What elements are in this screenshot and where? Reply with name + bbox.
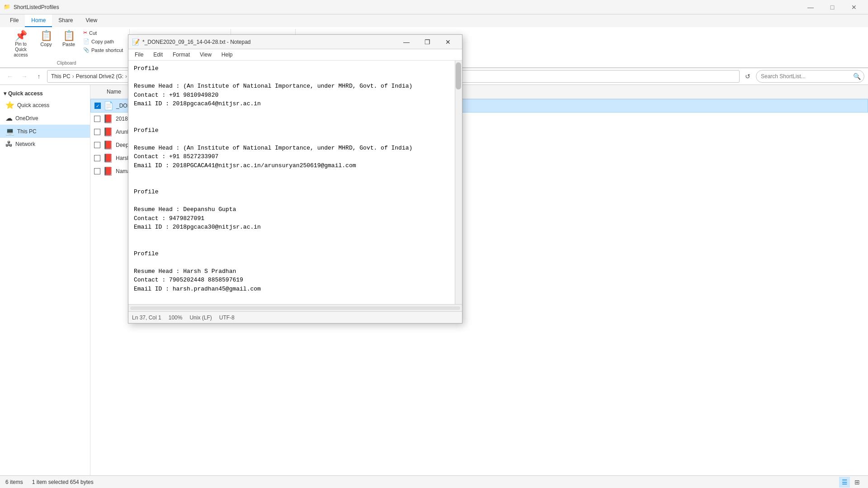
sidebar-label-quick-access: Quick access [17, 102, 49, 108]
notepad-menu-help[interactable]: Help [217, 50, 237, 59]
paste-shortcut-label: Paste shortcut [91, 47, 123, 53]
paste-label: Paste [62, 42, 75, 47]
file-icon-3: 📕 [103, 140, 113, 150]
sidebar-item-this-pc[interactable]: 💻 This PC [0, 125, 90, 138]
clipboard-small-buttons: ✂ Cut 📄 Copy path 📎 Paste shortcut [80, 29, 126, 54]
computer-icon: 💻 [5, 127, 14, 136]
copy-label: Copy [40, 42, 52, 47]
notepad-scrollbar-thumb[interactable] [456, 62, 461, 89]
status-view-controls: ☰ ⊞ [839, 477, 863, 488]
file-checkbox-4[interactable] [94, 155, 100, 161]
quick-access-header-label: Quick access [8, 90, 43, 97]
notepad-title-bar: 📝 *_DONE2020_09_16_14-04-28.txt - Notepa… [128, 35, 462, 49]
cloud-icon: ☁ [5, 114, 13, 122]
sidebar-label-network: Network [15, 141, 35, 147]
sidebar-section-quick-access[interactable]: ▾ Quick access [0, 87, 90, 99]
back-button[interactable]: ← [4, 70, 16, 83]
cut-button[interactable]: ✂ Cut [80, 29, 126, 37]
explorer-title-controls: — □ ✕ [800, 0, 864, 14]
copy-button-large[interactable]: 📋 Copy [35, 29, 57, 49]
sidebar-label-this-pc: This PC [17, 128, 37, 135]
copy-path-button[interactable]: 📄 Copy path [80, 38, 126, 45]
star-icon: ⭐ [5, 101, 14, 109]
cut-icon: ✂ [83, 30, 87, 36]
file-icon-5: 📕 [103, 166, 113, 176]
explorer-minimize-button[interactable]: — [800, 0, 821, 14]
paste-button-large[interactable]: 📋 Paste [58, 29, 80, 49]
path-drive: Personal Drive2 (G: [76, 73, 123, 80]
copy-path-label: Copy path [91, 39, 114, 44]
search-wrap: 🔍 [756, 70, 864, 83]
notepad-scrollbar[interactable] [455, 61, 462, 304]
notepad-icon: 📝 [132, 38, 140, 46]
explorer-close-button[interactable]: ✕ [844, 0, 864, 14]
sidebar: ▾ Quick access ⭐ Quick access ☁ OneDrive… [0, 85, 90, 475]
large-icons-view-button[interactable]: ⊞ [852, 477, 863, 488]
notepad-hscrollbar[interactable] [128, 304, 462, 311]
up-button[interactable]: ↑ [33, 70, 45, 83]
notepad-content[interactable]: Profile Resume Head : (An Institute of N… [128, 61, 462, 304]
chevron-down-icon: ▾ [4, 90, 6, 97]
notepad-restore-button[interactable]: ❐ [417, 35, 438, 49]
notepad-window: 📝 *_DONE2020_09_16_14-04-28.txt - Notepa… [128, 34, 462, 324]
forward-button[interactable]: → [18, 70, 31, 83]
file-checkbox-2[interactable] [94, 129, 100, 135]
notepad-zoom: 100% [169, 314, 183, 321]
search-input[interactable] [756, 70, 864, 83]
notepad-menu-format[interactable]: Format [168, 50, 194, 59]
file-checkbox-0[interactable]: ✓ [94, 103, 101, 109]
explorer-window-icon: 📁 [4, 4, 11, 11]
pin-label: Pin to Quick access [10, 42, 32, 58]
file-checkbox-5[interactable] [94, 168, 100, 174]
ribbon-tabs: File Home Share View [0, 14, 868, 27]
details-view-button[interactable]: ☰ [839, 477, 850, 488]
tab-view[interactable]: View [79, 14, 104, 27]
pin-icon: 📌 [15, 31, 27, 41]
notepad-menu-file[interactable]: File [130, 50, 148, 59]
file-icon-4: 📕 [103, 153, 113, 163]
file-icon-0: 📄 [104, 101, 113, 111]
notepad-line-ending: Unix (LF) [189, 314, 212, 321]
paste-shortcut-icon: 📎 [83, 47, 90, 53]
sidebar-item-quick-access[interactable]: ⭐ Quick access [0, 99, 90, 112]
network-icon: 🖧 [5, 140, 13, 148]
notepad-menu-edit[interactable]: Edit [149, 50, 167, 59]
notepad-encoding: UTF-8 [219, 314, 235, 321]
pin-to-quick-access-button[interactable]: 📌 Pin to Quick access [7, 29, 34, 60]
sidebar-label-onedrive: OneDrive [15, 115, 38, 122]
copy-path-icon: 📄 [83, 38, 90, 44]
paste-shortcut-button[interactable]: 📎 Paste shortcut [80, 46, 126, 54]
path-this-pc: This PC [51, 73, 71, 80]
notepad-title-text: *_DONE2020_09_16_14-04-28.txt - Notepad [142, 39, 393, 45]
notepad-title-controls: — ❐ ✕ [396, 35, 458, 49]
file-icon-1: 📕 [103, 114, 113, 124]
notepad-menu-view[interactable]: View [195, 50, 216, 59]
notepad-status-bar: Ln 37, Col 1 100% Unix (LF) UTF-8 [128, 311, 462, 323]
tab-home[interactable]: Home [25, 14, 52, 27]
refresh-button[interactable]: ↺ [741, 70, 754, 83]
notepad-menu-bar: File Edit Format View Help [128, 49, 462, 61]
file-icon-2: 📕 [103, 127, 113, 137]
file-checkbox-3[interactable] [94, 142, 100, 148]
status-bar: 6 items 1 item selected 654 bytes ☰ ⊞ [0, 475, 868, 488]
notepad-position: Ln 37, Col 1 [132, 314, 161, 321]
tab-file[interactable]: File [4, 14, 25, 27]
explorer-title-text: ShortListedProfiles [14, 4, 797, 10]
file-checkbox-1[interactable] [94, 116, 100, 122]
items-count: 6 items [5, 479, 23, 485]
tab-share[interactable]: Share [52, 14, 79, 27]
notepad-hscroll-inner[interactable] [130, 306, 460, 310]
selected-info: 1 item selected 654 bytes [32, 479, 94, 485]
explorer-maximize-button[interactable]: □ [822, 0, 843, 14]
sidebar-item-network[interactable]: 🖧 Network [0, 138, 90, 150]
paste-icon: 📋 [63, 31, 75, 41]
copy-icon: 📋 [40, 31, 52, 41]
notepad-text: Profile Resume Head : (An Institute of N… [128, 61, 462, 304]
ribbon-group-clipboard: 📌 Pin to Quick access 📋 Copy 📋 Paste [4, 29, 130, 66]
clipboard-group-label: Clipboard [57, 60, 76, 66]
notepad-minimize-button[interactable]: — [396, 35, 417, 49]
explorer-title-bar: 📁 ShortListedProfiles — □ ✕ [0, 0, 868, 14]
clipboard-buttons: 📌 Pin to Quick access 📋 Copy 📋 Paste [7, 29, 126, 60]
sidebar-item-onedrive[interactable]: ☁ OneDrive [0, 112, 90, 125]
notepad-close-button[interactable]: ✕ [438, 35, 458, 49]
